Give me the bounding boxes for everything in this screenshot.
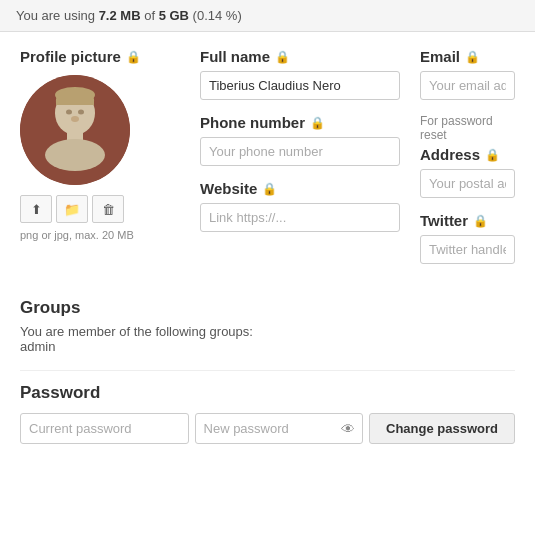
twitter-lock-icon: 🔒	[473, 214, 488, 228]
profile-lock-icon: 🔒	[126, 50, 141, 64]
website-lock-icon: 🔒	[262, 182, 277, 196]
storage-total: 5 GB	[159, 8, 189, 23]
storage-info-bar: You are using 7.2 MB of 5 GB (0.14 %)	[0, 0, 535, 32]
email-hint: For password reset	[420, 114, 515, 142]
fullname-input[interactable]	[200, 71, 400, 100]
folder-icon: 📁	[64, 202, 80, 217]
profile-picture-label: Profile picture 🔒	[20, 48, 180, 65]
address-input[interactable]	[420, 169, 515, 198]
storage-text: You are using 7.2 MB of 5 GB (0.14 %)	[16, 8, 242, 23]
avatar-image	[20, 75, 130, 185]
toggle-password-visibility-icon[interactable]: 👁	[341, 421, 355, 437]
phone-lock-icon: 🔒	[310, 116, 325, 130]
website-input[interactable]	[200, 203, 400, 232]
upload-icon: ⬆	[31, 202, 42, 217]
right-fields-section: Email 🔒 For password reset Address 🔒 Twi…	[420, 48, 515, 278]
groups-member-name: admin	[20, 339, 515, 354]
avatar-hint-text: png or jpg, max. 20 MB	[20, 229, 180, 241]
password-title: Password	[20, 383, 515, 403]
twitter-input[interactable]	[420, 235, 515, 264]
groups-section: Groups You are member of the following g…	[20, 294, 515, 354]
upload-photo-button[interactable]: ⬆	[20, 195, 52, 223]
svg-point-4	[66, 110, 72, 115]
svg-point-6	[71, 116, 79, 122]
email-label: Email 🔒	[420, 48, 515, 65]
avatar-buttons-row: ⬆ 📁 🗑	[20, 195, 180, 223]
fullname-lock-icon: 🔒	[275, 50, 290, 64]
groups-title: Groups	[20, 298, 515, 318]
avatar-circle	[20, 75, 130, 185]
twitter-label: Twitter 🔒	[420, 212, 515, 229]
new-password-input[interactable]	[195, 413, 364, 444]
current-password-input[interactable]	[20, 413, 189, 444]
groups-description: You are member of the following groups:	[20, 324, 515, 339]
new-password-wrap: 👁	[195, 413, 364, 444]
svg-point-3	[45, 139, 105, 171]
change-password-button[interactable]: Change password	[369, 413, 515, 444]
delete-photo-button[interactable]: 🗑	[92, 195, 124, 223]
address-label: Address 🔒	[420, 146, 515, 163]
password-section: Password 👁 Change password	[20, 370, 515, 444]
storage-used: 7.2 MB	[99, 8, 141, 23]
storage-percentage: (0.14 %)	[193, 8, 242, 23]
phone-label: Phone number 🔒	[200, 114, 400, 131]
profile-picture-section: Profile picture 🔒	[20, 48, 180, 278]
address-lock-icon: 🔒	[485, 148, 500, 162]
website-label: Website 🔒	[200, 180, 400, 197]
trash-icon: 🗑	[102, 202, 115, 217]
profile-grid: Profile picture 🔒	[20, 48, 515, 278]
main-content: Profile picture 🔒	[0, 32, 535, 460]
phone-input[interactable]	[200, 137, 400, 166]
email-lock-icon: 🔒	[465, 50, 480, 64]
svg-point-5	[78, 110, 84, 115]
middle-fields-section: Full name 🔒 Phone number 🔒 Website 🔒	[200, 48, 400, 278]
fullname-label: Full name 🔒	[200, 48, 400, 65]
email-input[interactable]	[420, 71, 515, 100]
password-row: 👁 Change password	[20, 413, 515, 444]
current-password-wrap	[20, 413, 189, 444]
browse-photo-button[interactable]: 📁	[56, 195, 88, 223]
